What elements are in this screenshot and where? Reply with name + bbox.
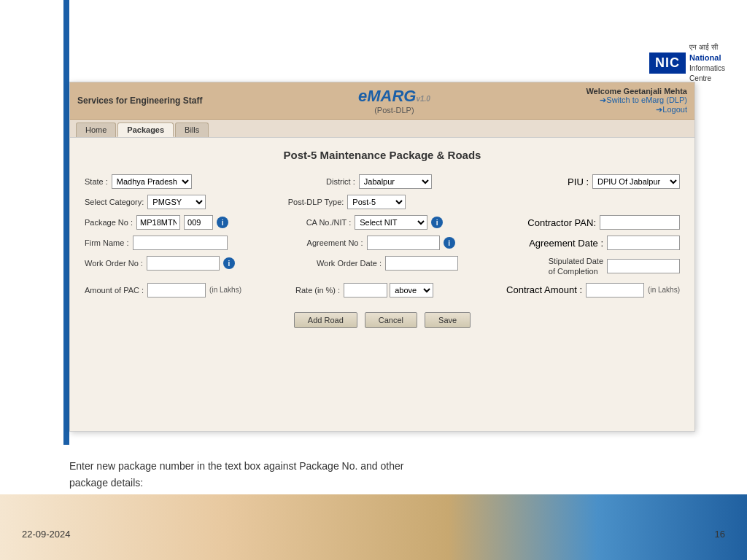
bottom-bar: 22-09-2024 16 xyxy=(0,496,747,560)
bottom-text: Enter new package number in the text box… xyxy=(69,458,725,491)
post-dlp-label: Post-DLP Type: xyxy=(288,198,344,206)
form-row-2: Select Category: PMGSY Post-DLP Type: Po… xyxy=(85,195,680,209)
firm-name-field: Firm Name : xyxy=(85,236,293,250)
firm-name-input[interactable] xyxy=(133,236,228,250)
app-brand: eMARGv1.0 (Post-DLP) xyxy=(202,87,586,114)
footer-date: 22-09-2024 xyxy=(22,529,71,540)
form-row-1: State : Madhya Pradesh District : Jabalp… xyxy=(85,174,680,189)
cancel-button[interactable]: Cancel xyxy=(365,312,417,328)
state-label: State : xyxy=(85,177,108,186)
package-no-input[interactable] xyxy=(184,215,213,230)
app-window: Services for Engineering Staff eMARGv1.0… xyxy=(69,82,695,432)
post-dlp-field: Post-DLP Type: Post-5 xyxy=(288,195,477,209)
rate-label: Rate (in %) : xyxy=(295,286,340,295)
work-order-date-input[interactable] xyxy=(385,256,458,271)
form-row-6: Amount of PAC : (in Lakhs) Rate (in %) :… xyxy=(85,283,680,298)
category-select[interactable]: PMGSY xyxy=(147,195,206,209)
agreement-date-label: Agreement Date : xyxy=(529,238,603,249)
footer-page: 16 xyxy=(715,529,725,540)
ca-no-label: CA No./NIT : xyxy=(306,218,352,227)
logout-link[interactable]: ➔Logout xyxy=(586,105,687,114)
work-order-date-label: Work Order Date : xyxy=(317,259,382,268)
contractor-pan-field: Contractor PAN: xyxy=(527,215,680,230)
agreement-no-info-icon[interactable]: i xyxy=(444,237,455,249)
firm-name-label: Firm Name : xyxy=(85,238,129,247)
nic-logo: NIC एन आई सी National Informatics Centre xyxy=(649,42,725,84)
category-field: Select Category: PMGSY xyxy=(85,195,274,209)
district-field: District : Jabalpur xyxy=(326,174,553,189)
agreement-no-label: Agreement No : xyxy=(307,238,363,247)
rate-field: Rate (in %) : above xyxy=(295,283,492,298)
rate-input[interactable] xyxy=(344,283,387,298)
contract-amount-suffix: (in Lakhs) xyxy=(648,286,680,294)
emarg-logo: eMARGv1.0 xyxy=(202,87,586,106)
amount-pac-label: Amount of PAC : xyxy=(85,286,144,295)
nic-logo-box: NIC xyxy=(649,52,686,74)
state-select[interactable]: Madhya Pradesh xyxy=(112,174,192,189)
form-row-4: Firm Name : Agreement No : i Agreement D… xyxy=(85,236,680,250)
agreement-date-input[interactable] xyxy=(607,236,680,250)
category-label: Select Category: xyxy=(85,198,144,206)
form-content: Post-5 Maintenance Package & Roads State… xyxy=(70,138,694,339)
rate-option-select[interactable]: above xyxy=(390,283,433,298)
piu-select[interactable]: DPIU Of Jabalpur xyxy=(592,174,680,189)
work-order-no-label: Work Order No : xyxy=(85,259,143,268)
work-order-no-info-icon[interactable]: i xyxy=(223,257,235,269)
tab-packages[interactable]: Packages xyxy=(117,122,174,137)
form-row-5: Work Order No : i Work Order Date : Stip… xyxy=(85,256,680,277)
piu-label: PIU : xyxy=(568,176,589,187)
ca-no-info-icon[interactable]: i xyxy=(431,217,443,228)
contractor-pan-input[interactable] xyxy=(600,215,680,230)
form-title: Post-5 Maintenance Package & Roads xyxy=(85,149,680,161)
contract-amount-input[interactable] xyxy=(586,283,644,298)
ca-no-select[interactable]: Select NIT xyxy=(355,215,427,230)
package-no-prefix-input[interactable] xyxy=(136,215,180,230)
add-road-button[interactable]: Add Road xyxy=(294,312,357,328)
user-info: Welcome Geetanjali Mehta ➔Switch to eMar… xyxy=(586,87,687,114)
work-order-no-input[interactable] xyxy=(147,256,220,271)
post-dlp-select[interactable]: Post-5 xyxy=(347,195,406,209)
agreement-no-field: Agreement No : i xyxy=(307,236,515,250)
nav-tabs: Home Packages Bills xyxy=(70,120,694,138)
form-row-3: Package No : i CA No./NIT : Select NIT i… xyxy=(85,215,680,230)
left-accent-bar xyxy=(63,0,69,445)
contract-amount-field: Contract Amount : (in Lakhs) xyxy=(506,283,680,298)
app-header: Services for Engineering Staff eMARGv1.0… xyxy=(70,82,694,120)
amount-pac-field: Amount of PAC : (in Lakhs) xyxy=(85,283,281,298)
piu-field: PIU : DPIU Of Jabalpur xyxy=(568,174,680,189)
state-field: State : Madhya Pradesh xyxy=(85,174,311,189)
amount-pac-suffix: (in Lakhs) xyxy=(209,286,241,294)
work-order-no-field: Work Order No : i xyxy=(85,256,302,271)
nic-logo-text: एन आई सी National Informatics Centre xyxy=(689,42,725,84)
package-no-label: Package No : xyxy=(85,218,133,227)
district-select[interactable]: Jabalpur xyxy=(359,174,432,189)
contract-amount-label: Contract Amount : xyxy=(506,284,582,295)
work-order-date-field: Work Order Date : xyxy=(317,256,534,271)
services-title: Services for Engineering Staff xyxy=(77,96,202,106)
tab-home[interactable]: Home xyxy=(76,122,116,137)
emarg-subtitle: (Post-DLP) xyxy=(202,106,586,114)
ca-no-field: CA No./NIT : Select NIT i xyxy=(306,215,514,230)
save-button[interactable]: Save xyxy=(425,312,471,328)
stipulated-date-field: Stipulated Date of Completion xyxy=(549,256,680,277)
tab-bills[interactable]: Bills xyxy=(175,122,209,137)
stipulated-date-label: Stipulated Date of Completion xyxy=(549,256,603,277)
contractor-pan-label: Contractor PAN: xyxy=(527,217,596,228)
stipulated-date-input[interactable] xyxy=(607,259,680,273)
package-no-field: Package No : i xyxy=(85,215,292,230)
switch-link[interactable]: ➔Switch to eMarg (DLP) xyxy=(586,96,687,105)
package-no-info-icon[interactable]: i xyxy=(217,217,228,228)
agreement-no-input[interactable] xyxy=(367,236,440,250)
district-label: District : xyxy=(326,177,355,186)
agreement-date-field: Agreement Date : xyxy=(529,236,680,250)
username: Welcome Geetanjali Mehta xyxy=(586,87,687,96)
button-row: Add Road Cancel Save xyxy=(85,312,680,328)
amount-pac-input[interactable] xyxy=(147,283,206,298)
rate-row: above xyxy=(344,283,433,298)
